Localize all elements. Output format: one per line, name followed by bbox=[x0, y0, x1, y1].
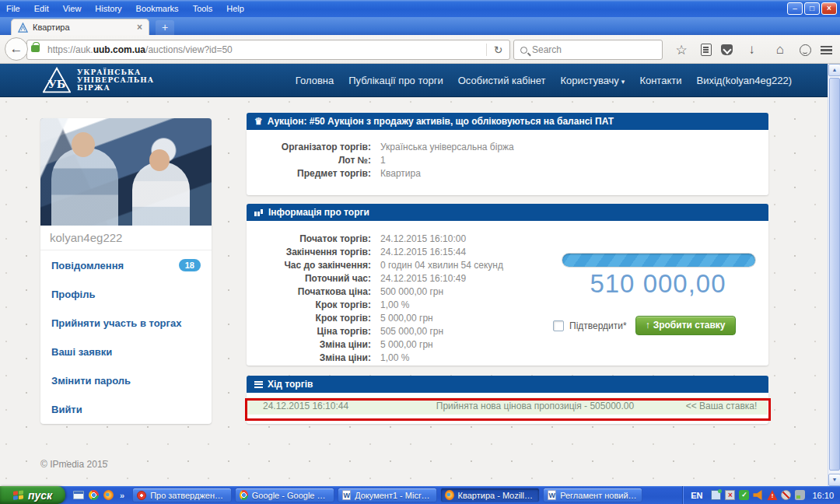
nav-home[interactable]: Головна bbox=[296, 75, 334, 86]
info-value: 505 000,00 грн bbox=[380, 326, 443, 337]
quick-launch-expand-icon[interactable]: » bbox=[118, 491, 126, 500]
nav-contacts[interactable]: Контакти bbox=[639, 75, 681, 86]
pocket-icon[interactable] bbox=[721, 44, 733, 55]
task-button-word-doc1[interactable]: W Документ1 - Microso... bbox=[338, 488, 437, 502]
up-arrow-icon: ↑ bbox=[646, 320, 650, 331]
star-icon[interactable]: ☆ bbox=[672, 42, 691, 58]
download-icon[interactable]: ↓ bbox=[743, 42, 761, 58]
task-button-word-reglament[interactable]: W Регламент новий - М... bbox=[543, 488, 642, 502]
sidebar-menu: Повідомлення 18 Профіль Прийняти участь … bbox=[40, 250, 212, 424]
reload-icon[interactable]: ↻ bbox=[486, 44, 509, 56]
blocked-icon[interactable] bbox=[781, 490, 791, 500]
minimize-button[interactable]: – bbox=[787, 2, 803, 15]
search-placeholder: Search bbox=[532, 44, 562, 55]
browser-menubar: File Edit View History Bookmarks Tools H… bbox=[6, 4, 244, 13]
site-favicon-icon bbox=[18, 23, 28, 33]
sidebar-item-participate[interactable]: Прийняти участь в торгах bbox=[40, 309, 212, 338]
field-label: Предмет торгів: bbox=[247, 168, 371, 180]
sidebar-item-change-password[interactable]: Змінити пароль bbox=[40, 366, 212, 395]
sidebar-item-messages[interactable]: Повідомлення 18 bbox=[40, 250, 212, 280]
scroll-up-icon[interactable]: ▲ bbox=[828, 64, 840, 76]
info-label: Початкова ціна: bbox=[247, 286, 371, 298]
nav-logout[interactable]: Вихід(kolyan4eg222) bbox=[696, 75, 792, 86]
warning-icon[interactable]: ! bbox=[767, 490, 777, 500]
photo-figure bbox=[132, 162, 190, 226]
word-icon: W bbox=[548, 490, 556, 500]
trading-history-panel: Хід торгів 24.12.2015 16:10:44 Прийнята … bbox=[247, 376, 768, 424]
field-value: Українська універсальна біржа bbox=[380, 142, 514, 152]
show-desktop-icon[interactable] bbox=[73, 491, 84, 499]
photo-figure bbox=[149, 149, 170, 171]
menu-tools[interactable]: Tools bbox=[193, 4, 213, 13]
firefox-icon[interactable] bbox=[103, 490, 114, 500]
site-logo[interactable]: УБ УКРАЇНСЬКА УНІВЕРСАЛЬНА БІРЖА bbox=[43, 67, 154, 93]
taskbar-clock[interactable]: 16:10 bbox=[812, 491, 834, 500]
scroll-down-icon[interactable]: ▼ bbox=[828, 474, 840, 486]
task-button-chrome[interactable]: Google - Google Chrome bbox=[235, 488, 334, 502]
close-button[interactable]: × bbox=[821, 2, 837, 15]
menu-view[interactable]: View bbox=[63, 4, 82, 13]
back-button[interactable]: ← bbox=[5, 37, 28, 61]
nav-user-dropdown[interactable]: Користувачу▾ bbox=[560, 75, 625, 86]
browser-viewport: УБ УКРАЇНСЬКА УНІВЕРСАЛЬНА БІРЖА Головна… bbox=[0, 64, 840, 486]
volume-icon[interactable] bbox=[753, 490, 763, 500]
list-icon bbox=[254, 381, 263, 388]
tab-close-icon[interactable]: × bbox=[137, 22, 142, 33]
menu-bookmarks[interactable]: Bookmarks bbox=[136, 4, 179, 13]
network-activity-icon[interactable] bbox=[711, 490, 721, 500]
restore-button[interactable]: □ bbox=[804, 2, 820, 15]
bookmarks-icon[interactable] bbox=[701, 44, 712, 56]
sidebar-item-profile[interactable]: Профіль bbox=[40, 280, 212, 309]
info-value: 1,00 % bbox=[380, 352, 409, 363]
nav-cabinet[interactable]: Особистий кабінет bbox=[458, 75, 546, 86]
language-indicator[interactable]: EN bbox=[691, 491, 702, 500]
url-bar[interactable]: https://auk.uub.com.ua/auctions/view?id=… bbox=[26, 40, 510, 60]
task-button-firefox-active[interactable]: Квартира - Mozilla Fi... bbox=[440, 488, 540, 502]
menu-history[interactable]: History bbox=[95, 4, 121, 13]
search-input[interactable]: Search bbox=[513, 40, 663, 60]
device-icon[interactable] bbox=[795, 490, 805, 500]
field-label: Організатор торгів: bbox=[247, 142, 371, 153]
info-label: Час до закінчення: bbox=[247, 260, 371, 271]
new-tab-button[interactable]: + bbox=[156, 20, 174, 35]
history-row: 24.12.2015 16:10:44 Прийнята нова цінова… bbox=[247, 397, 768, 415]
place-bid-button[interactable]: ↑Зробити ставку bbox=[635, 316, 736, 335]
profile-photo bbox=[40, 118, 212, 226]
chrome-icon[interactable] bbox=[89, 490, 99, 500]
messenger-icon[interactable] bbox=[800, 44, 811, 56]
menu-edit[interactable]: Edit bbox=[34, 4, 49, 13]
info-label: Крок торгів: bbox=[247, 299, 371, 311]
menu-help[interactable]: Help bbox=[226, 4, 244, 13]
info-value: 24.12.2015 16:15:44 bbox=[380, 247, 466, 257]
tab-strip: Квартира × + bbox=[0, 17, 840, 35]
info-value: 5 000,00 грн bbox=[380, 339, 433, 350]
tab-kvartyra[interactable]: Квартира × bbox=[11, 19, 149, 35]
home-icon[interactable]: ⌂ bbox=[771, 42, 789, 58]
menu-file[interactable]: File bbox=[6, 4, 20, 13]
history-message: Прийнята нова цінова пропозиція - 505000… bbox=[395, 401, 675, 411]
time-progress-bar bbox=[562, 254, 755, 267]
update-check-icon[interactable]: ✓ bbox=[739, 490, 749, 500]
auction-panel-header: ♛ Аукціон: #50 Аукціон з продажу активів… bbox=[247, 113, 768, 130]
scrollbar-thumb[interactable] bbox=[829, 78, 840, 471]
auction-panel: ♛ Аукціон: #50 Аукціон з продажу активів… bbox=[247, 113, 768, 195]
history-time: 24.12.2015 16:10:44 bbox=[247, 401, 395, 411]
info-panel-title: Інформація про торги bbox=[268, 207, 369, 218]
info-value: 5 000,00 грн bbox=[380, 313, 433, 324]
sidebar-item-applications[interactable]: Ваші заявки bbox=[40, 338, 212, 366]
browser-toolbar: ← https://auk.uub.com.ua/auctions/view?i… bbox=[0, 35, 840, 64]
task-button-document-alert[interactable]: Про затвердження ... bbox=[132, 488, 232, 502]
current-bid-price: 510 000,00 bbox=[553, 269, 763, 299]
info-value: 24.12.2015 16:10:00 bbox=[380, 233, 466, 244]
start-button[interactable]: пуск bbox=[0, 486, 65, 504]
confirm-checkbox[interactable] bbox=[553, 320, 564, 331]
svg-text:УБ: УБ bbox=[48, 78, 66, 90]
vertical-scrollbar[interactable]: ▲ ▼ bbox=[828, 64, 840, 486]
network-disconnected-icon[interactable]: × bbox=[725, 490, 735, 500]
nav-publications[interactable]: Публікації про торги bbox=[348, 75, 443, 86]
photo-figure bbox=[72, 132, 95, 157]
chrome-icon bbox=[240, 490, 248, 500]
sidebar-item-logout[interactable]: Вийти bbox=[40, 395, 212, 424]
word-icon: W bbox=[342, 490, 351, 500]
hamburger-menu-icon[interactable] bbox=[821, 46, 832, 54]
